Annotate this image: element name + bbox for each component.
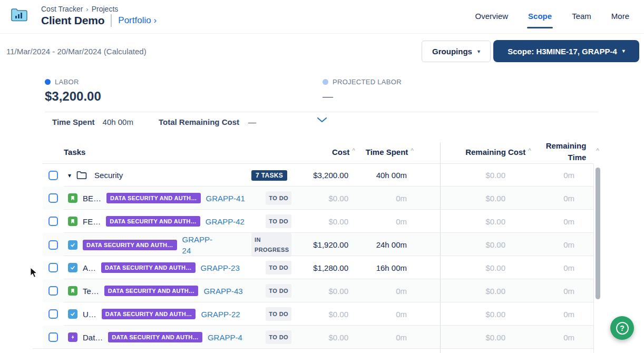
task-summary[interactable]: A… <box>83 263 96 272</box>
tasks-table: Tasks Cost ^ Time Spent ^ Remaining Cost… <box>43 140 593 353</box>
row-checkbox[interactable] <box>48 240 58 250</box>
sort-caret-icon[interactable]: ^ <box>411 147 414 154</box>
breadcrumb-separator: › <box>86 5 88 13</box>
cost-tracker-app-icon <box>11 7 28 25</box>
labor-label: LABOR <box>55 78 79 86</box>
sort-caret-icon[interactable]: ^ <box>528 147 531 154</box>
task-cost: $0.00 <box>294 310 352 319</box>
tab-more[interactable]: More <box>611 12 629 30</box>
task-row-grapp-42: FE… DATA SECURITY AND AUTH… GRAPP-42 TO … <box>43 210 593 233</box>
task-remaining-cost: $0.00 <box>440 240 528 249</box>
expand-summary-chevron-icon[interactable] <box>317 116 327 125</box>
time-spent-value: 40h 00m <box>103 117 133 126</box>
col-header-cost[interactable]: Cost ^ <box>294 148 352 156</box>
task-summary[interactable]: BE… <box>83 194 101 203</box>
task-remaining-time: 0m <box>528 333 593 342</box>
task-icon <box>68 309 77 319</box>
col-header-remaining-time[interactable]: Remaining Time ^ <box>528 140 593 163</box>
status-badge: TO DO <box>266 191 291 205</box>
task-summary[interactable]: Dat… <box>83 333 103 342</box>
task-time-spent: 0m <box>352 287 410 296</box>
group-name[interactable]: Security <box>94 171 123 180</box>
date-range-label: 11/Mar/2024 - 20/Mar/2024 (Calculated) <box>6 47 147 56</box>
task-time-spent: 0m <box>352 310 410 319</box>
issue-key-link[interactable]: GRAPP-41 <box>206 194 245 203</box>
row-checkbox[interactable] <box>48 286 58 296</box>
col-header-remaining-cost[interactable]: Remaining Cost ^ <box>440 148 528 156</box>
task-icon <box>68 240 77 250</box>
row-checkbox[interactable] <box>48 193 58 203</box>
tab-team[interactable]: Team <box>572 12 591 30</box>
col-header-time-spent[interactable]: Time Spent ^ <box>352 148 410 156</box>
task-cost: $0.00 <box>294 287 352 296</box>
issue-key-link[interactable]: GRAPP-42 <box>206 217 245 226</box>
tab-overview[interactable]: Overview <box>475 12 509 30</box>
breadcrumb-projects[interactable]: Projects <box>92 5 119 13</box>
task-summary[interactable]: Te… <box>83 287 99 296</box>
projected-labor-value: — <box>323 91 402 103</box>
portfolio-link[interactable]: Portfolio › <box>118 15 157 26</box>
projected-labor-dot-icon <box>323 79 328 85</box>
help-button[interactable]: ? <box>610 316 634 340</box>
groupings-button-label: Groupings <box>432 47 472 56</box>
sort-caret-icon[interactable]: ^ <box>352 147 355 154</box>
tab-scope[interactable]: Scope <box>528 12 552 30</box>
summary-stats-row: Time Spent 40h 00m Total Remaining Cost … <box>52 117 256 126</box>
task-row-grapp-41: BE… DATA SECURITY AND AUTH… GRAPP-41 TO … <box>43 187 593 210</box>
label-badge: DATA SECURITY AND AUTH… <box>106 193 201 203</box>
mouse-cursor <box>30 267 38 280</box>
task-cost: $0.00 <box>294 333 352 342</box>
task-remaining-cost: $0.00 <box>440 310 528 319</box>
scope-button[interactable]: Scope: H3MINE-17, GRAPP-4 ▾ <box>493 40 639 62</box>
story-icon <box>68 193 77 203</box>
task-cost: $1,920.00 <box>294 240 352 249</box>
epic-icon <box>68 332 77 342</box>
task-summary[interactable]: FE… <box>83 217 101 226</box>
groupings-button[interactable]: Groupings ▾ <box>422 41 491 62</box>
issue-key-link[interactable]: GRAPP-22 <box>201 310 240 319</box>
row-checkbox[interactable] <box>48 309 58 319</box>
task-row-grapp-24: DATA SECURITY AND AUTH… GRAPP-24 IN PROG… <box>43 233 593 256</box>
task-row-grapp-4: Dat… DATA SECURITY AND AUTH… GRAPP-4 TO … <box>43 326 593 349</box>
task-cost: $1,280.00 <box>294 263 352 272</box>
total-remaining-cost-value: — <box>248 117 256 126</box>
issue-key-link[interactable]: GRAPP-23 <box>201 263 240 272</box>
group-row-checkbox[interactable] <box>48 171 58 180</box>
task-remaining-time: 0m <box>528 287 593 296</box>
task-remaining-time: 0m <box>528 240 593 249</box>
row-checkbox[interactable] <box>48 263 58 272</box>
story-icon <box>68 217 77 226</box>
projected-labor-metric: PROJECTED LABOR — <box>323 78 402 103</box>
row-checkbox[interactable] <box>48 217 58 226</box>
page-header: Cost Tracker › Projects Client Demo Port… <box>0 0 644 34</box>
scrollbar-thumb[interactable] <box>596 168 600 299</box>
task-remaining-cost: $0.00 <box>440 217 528 226</box>
breadcrumb-cost-tracker[interactable]: Cost Tracker <box>41 5 83 13</box>
chevron-down-icon: ▾ <box>477 49 480 54</box>
labor-value: $3,200.00 <box>45 89 101 104</box>
label-badge: DATA SECURITY AND AUTH… <box>83 240 177 250</box>
task-remaining-time: 0m <box>528 310 593 319</box>
status-badge: TO DO <box>266 307 291 321</box>
task-time-spent: 0m <box>352 333 410 342</box>
chevron-down-icon: ▾ <box>622 48 625 54</box>
task-count-badge: 7 TASKS <box>251 170 287 181</box>
task-cost: $0.00 <box>294 194 352 203</box>
summary-divider <box>45 112 598 112</box>
issue-key-link[interactable]: GRAPP-43 <box>203 287 242 296</box>
row-checkbox[interactable] <box>48 332 58 342</box>
task-remaining-time: 0m <box>528 263 593 272</box>
status-badge: TO DO <box>266 214 291 229</box>
label-badge: DATA SECURITY AND AUTH… <box>104 286 199 296</box>
status-badge: TO DO <box>266 284 291 298</box>
issue-key-link[interactable]: GRAPP-4 <box>208 333 242 342</box>
sort-caret-icon[interactable]: ^ <box>596 147 599 154</box>
task-summary[interactable]: U… <box>83 310 96 319</box>
issue-key-link[interactable]: GRAPP-24 <box>182 234 213 256</box>
page-title: Client Demo <box>41 14 104 27</box>
collapse-triangle-icon[interactable]: ▾ <box>68 172 71 179</box>
story-icon <box>68 286 77 296</box>
task-cost: $0.00 <box>294 217 352 226</box>
table-scrollbar[interactable] <box>593 164 601 353</box>
status-badge: TO DO <box>266 330 291 345</box>
